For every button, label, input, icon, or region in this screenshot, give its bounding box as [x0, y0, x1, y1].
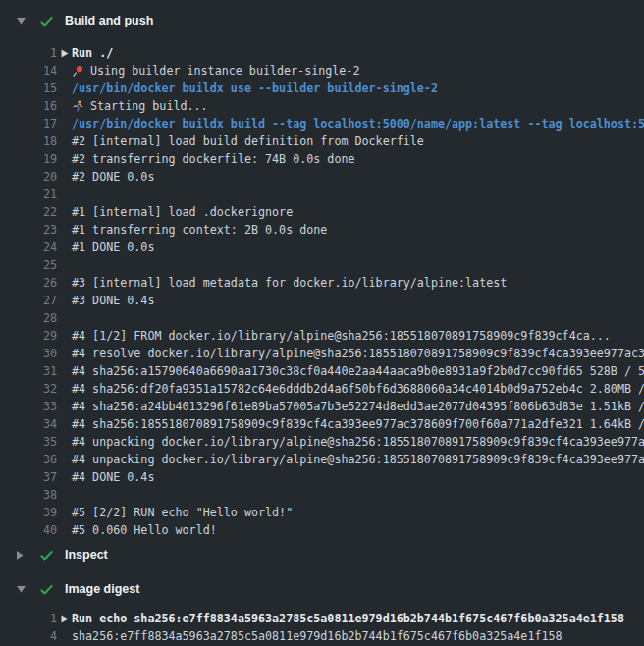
log-line: 16Starting build...	[0, 97, 644, 115]
log-line-content: /usr/bin/docker buildx build --tag local…	[61, 115, 644, 133]
log-line: 14Using builder instance builder-single-…	[0, 62, 644, 80]
check-icon	[39, 548, 54, 563]
log-line-content: sha256:e7ff8834a5963a2785c5a0811e979d16b…	[61, 627, 563, 645]
log-line: 26#3 [internal] load metadata for docker…	[0, 274, 644, 292]
line-number[interactable]: 1	[0, 44, 57, 62]
log-text: #4 DONE 0.4s	[72, 468, 154, 486]
log-line-content: Starting build...	[61, 97, 208, 115]
line-number[interactable]: 4	[0, 627, 57, 645]
log-line: 22#1 [internal] load .dockerignore	[0, 203, 644, 221]
line-number[interactable]: 36	[0, 451, 57, 468]
section-content-image-digest: 1Run echo sha256:e7ff8834a5963a2785c5a08…	[0, 610, 644, 645]
log-line-content: #3 [internal] load metadata for docker.i…	[61, 274, 507, 292]
line-number[interactable]: 24	[0, 239, 57, 256]
log-text: #4 unpacking docker.io/library/alpine@sh…	[72, 451, 644, 468]
line-number[interactable]: 14	[0, 62, 57, 80]
chevron-down-icon[interactable]	[17, 586, 28, 593]
line-number[interactable]: 33	[0, 398, 57, 415]
chevron-right-icon[interactable]	[17, 551, 28, 560]
log-text: #2 DONE 0.0s	[72, 168, 154, 186]
line-number[interactable]: 16	[0, 97, 57, 115]
line-number[interactable]: 25	[0, 256, 57, 274]
log-line-content: Run echo sha256:e7ff8834a5963a2785c5a081…	[61, 610, 624, 627]
line-number[interactable]: 19	[0, 150, 57, 168]
log-line: 19#2 transferring dockerfile: 74B 0.0s d…	[0, 150, 644, 168]
log-section-build-and-push: Build and push1Run ./14Using builder ins…	[0, 12, 644, 539]
line-number[interactable]: 30	[0, 345, 57, 362]
log-line: 23#1 transferring context: 2B 0.0s done	[0, 221, 644, 239]
section-title: Inspect	[65, 548, 108, 562]
line-number[interactable]: 38	[0, 486, 57, 504]
log-line: 24#1 DONE 0.0s	[0, 239, 644, 256]
log-text: #4 unpacking docker.io/library/alpine@sh…	[72, 433, 644, 451]
log-line: 15/usr/bin/docker buildx use --builder b…	[0, 80, 644, 97]
log-line-content: #4 sha256:a24bb4013296f61e89ba57005a7b3e…	[61, 398, 644, 415]
log-line: 37#4 DONE 0.4s	[0, 468, 644, 486]
log-line: 1Run ./	[0, 44, 644, 62]
log-section-inspect: Inspect	[0, 546, 644, 564]
log-text: Run echo sha256:e7ff8834a5963a2785c5a081…	[72, 610, 624, 627]
log-text: #4 sha256:df20fa9351a15782c64e6dddb2d4a6…	[72, 380, 644, 398]
log-line: 20#2 DONE 0.0s	[0, 168, 644, 186]
line-number[interactable]: 28	[0, 309, 57, 327]
log-text: #4 sha256:a24bb4013296f61e89ba57005a7b3e…	[72, 398, 644, 415]
line-number[interactable]: 23	[0, 221, 57, 239]
expand-run-icon[interactable]	[61, 615, 72, 623]
section-title: Image digest	[65, 582, 139, 596]
log-line: 31#4 sha256:a15790640a6690aa1730c38cf0a4…	[0, 362, 644, 380]
log-text: #3 DONE 0.4s	[72, 292, 154, 309]
log-line: 17/usr/bin/docker buildx build --tag loc…	[0, 115, 644, 133]
log-line: 1Run echo sha256:e7ff8834a5963a2785c5a08…	[0, 610, 644, 627]
log-text: #1 DONE 0.0s	[72, 239, 154, 256]
line-number[interactable]: 18	[0, 133, 57, 150]
log-line-content: #2 [internal] load build definition from…	[61, 133, 424, 150]
log-text: #1 [internal] load .dockerignore	[72, 203, 293, 221]
line-number[interactable]: 37	[0, 468, 57, 486]
log-line-content: #1 DONE 0.0s	[61, 239, 154, 256]
line-number[interactable]: 27	[0, 292, 57, 309]
chevron-down-icon[interactable]	[17, 18, 28, 25]
log-line: 27#3 DONE 0.4s	[0, 292, 644, 309]
section-header-image-digest[interactable]: Image digest	[0, 580, 644, 598]
expand-run-icon[interactable]	[61, 49, 72, 58]
line-number[interactable]: 15	[0, 80, 57, 97]
line-number[interactable]: 32	[0, 380, 57, 398]
log-text: #2 transferring dockerfile: 74B 0.0s don…	[72, 150, 355, 168]
line-number[interactable]: 26	[0, 274, 57, 292]
line-number[interactable]: 1	[0, 610, 57, 627]
log-line: 38	[0, 486, 644, 504]
line-number[interactable]: 17	[0, 115, 57, 133]
check-icon	[39, 14, 54, 28]
log-line-content: #2 DONE 0.0s	[61, 168, 154, 186]
line-number[interactable]: 21	[0, 186, 57, 203]
line-number[interactable]: 20	[0, 168, 57, 186]
line-number[interactable]: 31	[0, 362, 57, 380]
log-line-content: #4 resolve docker.io/library/alpine@sha2…	[61, 345, 644, 362]
log-text: #4 sha256:185518070891758909c9f839cf4ca3…	[72, 415, 644, 433]
log-line: 32#4 sha256:df20fa9351a15782c64e6dddb2d4…	[0, 380, 644, 398]
line-number[interactable]: 35	[0, 433, 57, 451]
section-content-build-and-push: 1Run ./14Using builder instance builder-…	[0, 44, 644, 539]
log-line-content: #4 sha256:a15790640a6690aa1730c38cf0a440…	[61, 362, 644, 380]
line-number[interactable]: 34	[0, 415, 57, 433]
workflow-log: Build and push1Run ./14Using builder ins…	[0, 12, 644, 645]
log-text: #5 [2/2] RUN echo "Hello world!"	[72, 504, 293, 521]
section-header-build-and-push[interactable]: Build and push	[0, 12, 644, 29]
log-line-content: #4 DONE 0.4s	[61, 468, 154, 486]
log-line-content: #4 [1/2] FROM docker.io/library/alpine@s…	[61, 327, 611, 345]
log-line-content	[61, 309, 72, 327]
log-line: 28	[0, 309, 644, 327]
log-line-content: #3 DONE 0.4s	[61, 292, 154, 309]
pushpin-icon	[72, 65, 90, 78]
line-number[interactable]: 29	[0, 327, 57, 345]
log-line-content: #4 unpacking docker.io/library/alpine@sh…	[61, 451, 644, 468]
log-text: Using builder instance builder-single-2	[90, 62, 359, 80]
line-number[interactable]: 39	[0, 504, 57, 521]
log-line: 21	[0, 186, 644, 203]
runner-icon	[72, 100, 90, 113]
line-number[interactable]: 40	[0, 521, 57, 539]
log-line-content	[61, 186, 72, 203]
line-number[interactable]: 22	[0, 203, 57, 221]
log-text: #5 0.060 Hello world!	[72, 521, 217, 539]
section-header-inspect[interactable]: Inspect	[0, 546, 644, 564]
